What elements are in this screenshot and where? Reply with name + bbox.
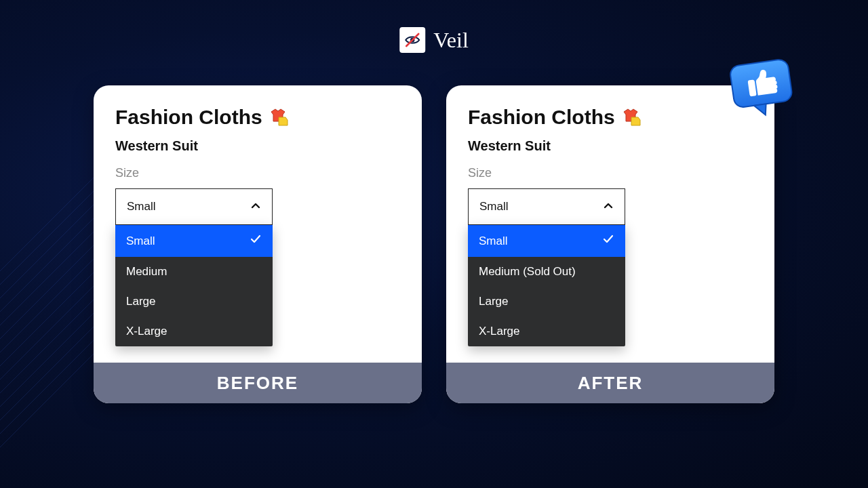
size-dropdown: Small Medium Large X-Large bbox=[115, 225, 273, 346]
card-title-text: Fashion Cloths bbox=[468, 106, 615, 129]
size-option-xlarge[interactable]: X-Large bbox=[115, 317, 273, 346]
size-option-label: Medium bbox=[126, 265, 167, 279]
card-footer-label: BEFORE bbox=[94, 363, 422, 403]
card-before: Fashion Cloths Western Suit Size Small bbox=[94, 85, 422, 403]
size-option-small[interactable]: Small bbox=[115, 225, 273, 257]
cloths-icon bbox=[622, 108, 642, 127]
cloths-icon bbox=[269, 108, 290, 127]
size-option-small[interactable]: Small bbox=[468, 225, 625, 257]
card-title: Fashion Cloths bbox=[115, 106, 400, 129]
product-name: Western Suit bbox=[115, 138, 400, 154]
size-option-label: X-Large bbox=[479, 325, 519, 338]
brand-icon bbox=[399, 27, 425, 53]
size-option-large[interactable]: Large bbox=[115, 287, 273, 317]
svg-line-1 bbox=[406, 34, 418, 46]
size-dropdown: Small Medium (Sold Out) Large X-Large bbox=[468, 225, 625, 346]
size-option-label: Large bbox=[479, 295, 508, 308]
size-option-label: X-Large bbox=[126, 325, 167, 338]
size-option-label: Small bbox=[479, 235, 508, 248]
check-icon bbox=[250, 233, 262, 249]
card-title-text: Fashion Cloths bbox=[115, 106, 262, 129]
chevron-up-icon bbox=[603, 199, 614, 215]
card-title: Fashion Cloths bbox=[468, 106, 753, 129]
size-select[interactable]: Small bbox=[468, 188, 625, 225]
size-label: Size bbox=[115, 166, 400, 180]
card-footer-label: AFTER bbox=[446, 363, 774, 403]
size-option-large[interactable]: Large bbox=[468, 287, 625, 317]
chevron-up-icon bbox=[250, 199, 261, 215]
brand-header: Veil bbox=[399, 27, 469, 53]
size-select[interactable]: Small bbox=[115, 188, 273, 225]
size-select-value: Small bbox=[127, 200, 156, 214]
size-option-label: Large bbox=[126, 295, 155, 308]
size-label: Size bbox=[468, 166, 753, 180]
product-name: Western Suit bbox=[468, 138, 753, 154]
card-after: Fashion Cloths Western Suit Size Small bbox=[446, 85, 774, 403]
brand-name: Veil bbox=[433, 28, 469, 53]
size-option-medium-soldout[interactable]: Medium (Sold Out) bbox=[468, 257, 625, 287]
size-select-value: Small bbox=[479, 200, 509, 214]
check-icon bbox=[602, 233, 614, 249]
size-option-medium[interactable]: Medium bbox=[115, 257, 273, 287]
size-option-label: Small bbox=[126, 235, 155, 248]
size-option-xlarge[interactable]: X-Large bbox=[468, 317, 625, 346]
size-option-label: Medium (Sold Out) bbox=[479, 265, 576, 279]
